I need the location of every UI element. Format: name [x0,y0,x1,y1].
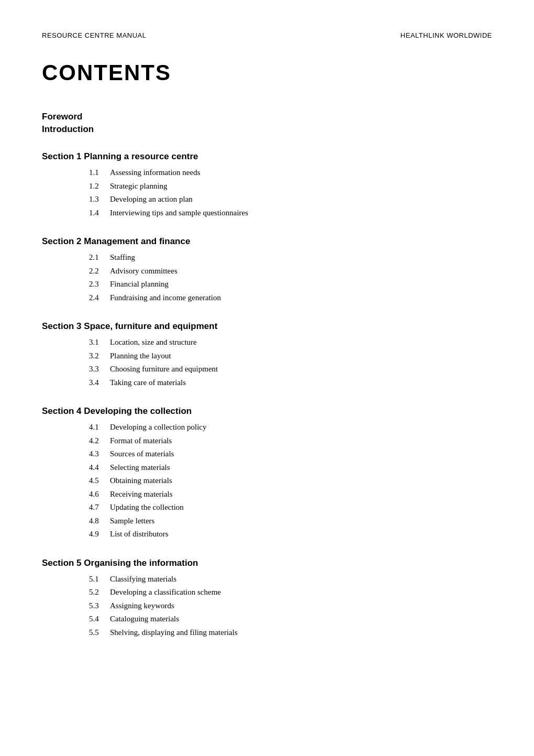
section-items-1: 1.1Assessing information needs1.2Strateg… [42,166,492,220]
section-block-1: Section 1 Planning a resource centre1.1A… [42,151,492,220]
list-item: 5.1Classifying materials [42,573,492,586]
list-item: 4.9List of distributors [42,528,492,541]
section-block-2: Section 2 Management and finance2.1Staff… [42,236,492,304]
section-heading-2: Section 2 Management and finance [42,236,492,247]
list-item: 2.1Staffing [42,251,492,265]
section-heading-5: Section 5 Organising the information [42,558,492,568]
list-item: 1.4Interviewing tips and sample question… [42,206,492,220]
list-item: 4.1Developing a collection policy [42,421,492,434]
item-text: Sample letters [110,514,492,528]
introduction-entry: Introduction [42,124,492,135]
list-item: 4.8Sample letters [42,514,492,528]
item-text: Advisory committees [110,265,492,278]
item-text: Developing a classification scheme [110,586,492,599]
item-number: 4.1 [89,421,110,434]
item-text: Location, size and structure [110,336,492,349]
top-entries-block: Foreword Introduction [42,112,492,135]
list-item: 5.5Shelving, displaying and filing mater… [42,626,492,640]
item-number: 3.2 [89,349,110,363]
item-text: Obtaining materials [110,474,492,488]
list-item: 2.3Financial planning [42,278,492,291]
item-text: Taking care of materials [110,376,492,390]
page: RESOURCE CENTRE MANUAL HEALTHLINK WORLDW… [0,0,534,756]
list-item: 1.3Developing an action plan [42,193,492,206]
item-number: 5.3 [89,599,110,613]
page-header: RESOURCE CENTRE MANUAL HEALTHLINK WORLDW… [42,31,492,39]
list-item: 1.1Assessing information needs [42,166,492,180]
item-text: Strategic planning [110,180,492,193]
item-number: 5.2 [89,586,110,599]
item-text: Updating the collection [110,501,492,514]
item-number: 4.5 [89,474,110,488]
list-item: 3.4Taking care of materials [42,376,492,390]
item-number: 1.1 [89,166,110,180]
page-title: CONTENTS [42,60,492,85]
item-number: 2.3 [89,278,110,291]
foreword-entry: Foreword [42,112,492,122]
item-text: Assessing information needs [110,166,492,180]
item-number: 4.8 [89,514,110,528]
item-text: Assigning keywords [110,599,492,613]
item-number: 2.1 [89,251,110,265]
header-right: HEALTHLINK WORLDWIDE [400,31,492,39]
list-item: 3.2Planning the layout [42,349,492,363]
item-text: Choosing furniture and equipment [110,363,492,376]
section-items-3: 3.1Location, size and structure3.2Planni… [42,336,492,389]
list-item: 2.4Fundraising and income generation [42,291,492,305]
section-block-4: Section 4 Developing the collection4.1De… [42,406,492,541]
section-block-3: Section 3 Space, furniture and equipment… [42,321,492,389]
item-text: Shelving, displaying and filing material… [110,626,492,640]
item-number: 4.9 [89,528,110,541]
item-text: Selecting materials [110,461,492,475]
list-item: 3.3Choosing furniture and equipment [42,363,492,376]
item-number: 4.7 [89,501,110,514]
item-text: Classifying materials [110,573,492,586]
section-items-2: 2.1Staffing2.2Advisory committees2.3Fina… [42,251,492,304]
item-number: 4.3 [89,447,110,461]
item-text: Fundraising and income generation [110,291,492,305]
item-number: 1.2 [89,180,110,193]
item-number: 2.4 [89,291,110,305]
sections-container: Section 1 Planning a resource centre1.1A… [42,151,492,639]
list-item: 5.4Cataloguing materials [42,612,492,626]
section-heading-1: Section 1 Planning a resource centre [42,151,492,162]
item-text: Interviewing tips and sample questionnai… [110,206,492,220]
section-block-5: Section 5 Organising the information5.1C… [42,558,492,640]
list-item: 4.2Format of materials [42,434,492,448]
item-number: 4.6 [89,488,110,501]
item-number: 5.5 [89,626,110,640]
header-left: RESOURCE CENTRE MANUAL [42,31,147,39]
item-number: 3.1 [89,336,110,349]
list-item: 1.2Strategic planning [42,180,492,193]
list-item: 4.7Updating the collection [42,501,492,514]
list-item: 3.1Location, size and structure [42,336,492,349]
item-text: Financial planning [110,278,492,291]
item-number: 1.3 [89,193,110,206]
list-item: 5.3Assigning keywords [42,599,492,613]
item-text: Cataloguing materials [110,612,492,626]
item-text: Developing a collection policy [110,421,492,434]
list-item: 4.3Sources of materials [42,447,492,461]
item-number: 1.4 [89,206,110,220]
list-item: 4.5Obtaining materials [42,474,492,488]
item-text: Staffing [110,251,492,265]
section-heading-4: Section 4 Developing the collection [42,406,492,417]
item-text: Format of materials [110,434,492,448]
list-item: 5.2Developing a classification scheme [42,586,492,599]
list-item: 4.6Receiving materials [42,488,492,501]
item-number: 5.1 [89,573,110,586]
section-items-4: 4.1Developing a collection policy4.2Form… [42,421,492,541]
item-text: Receiving materials [110,488,492,501]
list-item: 4.4Selecting materials [42,461,492,475]
item-text: Developing an action plan [110,193,492,206]
item-number: 2.2 [89,265,110,278]
item-number: 5.4 [89,612,110,626]
item-text: Sources of materials [110,447,492,461]
section-items-5: 5.1Classifying materials5.2Developing a … [42,573,492,640]
item-text: Planning the layout [110,349,492,363]
list-item: 2.2Advisory committees [42,265,492,278]
item-number: 3.3 [89,363,110,376]
item-number: 4.4 [89,461,110,475]
item-number: 3.4 [89,376,110,390]
item-text: List of distributors [110,528,492,541]
